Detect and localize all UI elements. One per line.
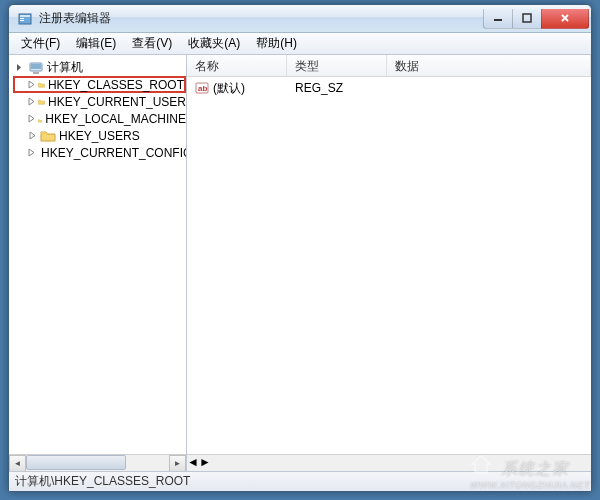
menu-favorites[interactable]: 收藏夹(A) (180, 33, 248, 54)
tree-item-hklm[interactable]: HKEY_LOCAL_MACHINE (13, 110, 186, 127)
list-header: 名称 类型 数据 (187, 55, 591, 77)
expand-icon[interactable] (27, 113, 36, 124)
svg-rect-1 (20, 15, 30, 17)
menu-file[interactable]: 文件(F) (13, 33, 68, 54)
minimize-button[interactable] (483, 9, 513, 29)
svg-rect-4 (494, 19, 502, 21)
cell-name: ab (默认) (187, 80, 287, 97)
folder-icon (38, 112, 42, 126)
scroll-track[interactable] (26, 455, 169, 472)
menu-view[interactable]: 查看(V) (124, 33, 180, 54)
tree-hscroll[interactable]: ◄ ► (9, 454, 186, 471)
scroll-thumb[interactable] (26, 455, 126, 470)
content-area: 计算机 HKEY_CLASSES_ROOT HKEY_CURRENT_USER … (9, 55, 591, 471)
statusbar: 计算机\HKEY_CLASSES_ROOT (9, 471, 591, 491)
window-title: 注册表编辑器 (39, 10, 484, 27)
scroll-left-icon[interactable]: ◄ (9, 455, 26, 472)
svg-rect-7 (31, 64, 41, 69)
svg-rect-3 (20, 20, 24, 21)
tree-item-label: HKEY_USERS (59, 129, 140, 143)
expand-icon[interactable] (27, 130, 38, 141)
tree-item-label: HKEY_CURRENT_USER (48, 95, 186, 109)
maximize-button[interactable] (512, 9, 542, 29)
list-hscroll[interactable]: ◄ ► (187, 454, 591, 471)
tree-item-hkcc[interactable]: HKEY_CURRENT_CONFIG (13, 144, 186, 161)
expand-icon[interactable] (27, 96, 36, 107)
menu-edit[interactable]: 编辑(E) (68, 33, 124, 54)
svg-text:ab: ab (198, 84, 207, 93)
tree-item-label: HKEY_LOCAL_MACHINE (45, 112, 186, 126)
titlebar[interactable]: 注册表编辑器 (9, 5, 591, 33)
collapse-icon[interactable] (15, 62, 26, 73)
status-path: 计算机\HKEY_CLASSES_ROOT (15, 473, 190, 490)
list-row[interactable]: ab (默认) REG_SZ (187, 79, 591, 97)
window-buttons (484, 9, 589, 29)
svg-rect-8 (33, 72, 39, 74)
tree-pane: 计算机 HKEY_CLASSES_ROOT HKEY_CURRENT_USER … (9, 55, 187, 471)
tree-root[interactable]: 计算机 (13, 59, 186, 76)
computer-icon (28, 61, 44, 75)
tree-item-label: HKEY_CURRENT_CONFIG (41, 146, 186, 160)
svg-rect-5 (523, 14, 531, 22)
string-value-icon: ab (195, 81, 209, 95)
expand-icon[interactable] (27, 79, 36, 90)
tree-item-label: HKEY_CLASSES_ROOT (48, 78, 184, 92)
registry-editor-window: 注册表编辑器 文件(F) 编辑(E) 查看(V) 收藏夹(A) 帮助(H) 计算… (8, 4, 592, 492)
cell-name-text: (默认) (213, 80, 245, 97)
column-name[interactable]: 名称 (187, 55, 287, 76)
scroll-left-icon[interactable]: ◄ (187, 455, 199, 471)
folder-icon (38, 95, 45, 109)
app-icon (17, 11, 33, 27)
folder-icon (38, 78, 45, 92)
tree-root-label: 计算机 (47, 59, 83, 76)
menu-help[interactable]: 帮助(H) (248, 33, 305, 54)
registry-tree[interactable]: 计算机 HKEY_CLASSES_ROOT HKEY_CURRENT_USER … (9, 55, 186, 454)
close-button[interactable] (541, 9, 589, 29)
tree-item-hku[interactable]: HKEY_USERS (13, 127, 186, 144)
folder-icon (40, 129, 56, 143)
svg-rect-2 (20, 18, 24, 19)
list-body[interactable]: ab (默认) REG_SZ (187, 77, 591, 454)
scroll-right-icon[interactable]: ► (199, 455, 211, 471)
expand-icon[interactable] (27, 147, 36, 158)
list-pane: 名称 类型 数据 ab (默认) REG_SZ ◄ ► (187, 55, 591, 471)
column-type[interactable]: 类型 (287, 55, 387, 76)
menubar: 文件(F) 编辑(E) 查看(V) 收藏夹(A) 帮助(H) (9, 33, 591, 55)
tree-item-hkcu[interactable]: HKEY_CURRENT_USER (13, 93, 186, 110)
cell-type: REG_SZ (287, 81, 387, 95)
scroll-right-icon[interactable]: ► (169, 455, 186, 472)
tree-item-hkcr[interactable]: HKEY_CLASSES_ROOT (13, 76, 186, 93)
column-data[interactable]: 数据 (387, 55, 591, 76)
